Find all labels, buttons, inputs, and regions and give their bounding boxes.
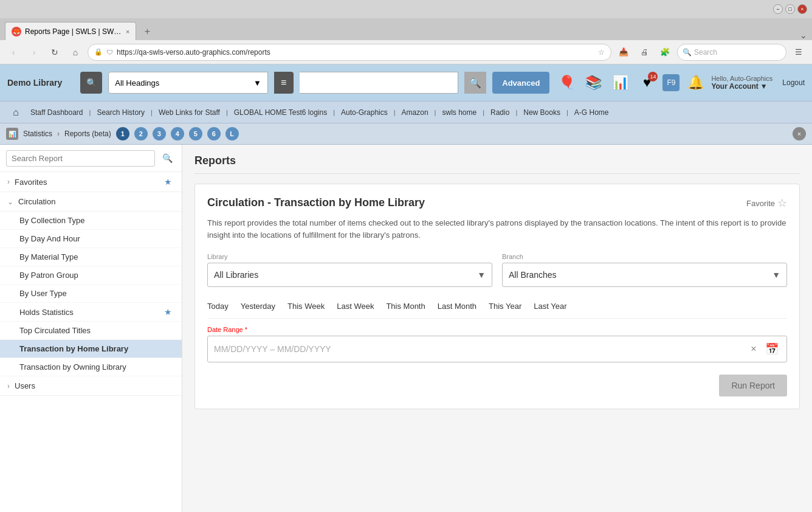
run-report-button[interactable]: Run Report (719, 375, 787, 396)
date-range-clear-button[interactable]: × (746, 342, 761, 356)
date-shortcuts-row: Today Yesterday This Week Last Week This… (207, 299, 787, 319)
menu-button[interactable]: ☰ (790, 44, 807, 61)
date-shortcut-last-year[interactable]: Last Year (534, 299, 566, 313)
balloon-icon-button[interactable]: 🎈 (556, 72, 577, 94)
reports-icon-button[interactable]: 📊 (609, 72, 631, 94)
sidebar-item-transaction-by-owning-library[interactable]: Transaction by Owning Library (0, 358, 182, 376)
library-name: Demo Library (7, 78, 62, 88)
print-button[interactable]: 🖨 (636, 44, 653, 61)
breadcrumb-num-4[interactable]: 4 (171, 127, 184, 140)
report-card: Circulation - Transaction by Home Librar… (194, 184, 800, 409)
catalog-icon-button[interactable]: 📚 (582, 72, 604, 94)
stack-icon[interactable]: ≡ (274, 72, 294, 94)
library-filter-select[interactable]: All Libraries ▼ (207, 263, 492, 287)
home-nav-icon-button[interactable]: ⌂ (7, 104, 24, 121)
date-shortcut-last-month[interactable]: Last Month (438, 299, 477, 313)
home-nav-button[interactable]: ⌂ (67, 44, 84, 61)
sidebar-item-by-material-type[interactable]: By Material Type (0, 248, 182, 266)
sidebar-item-holds-statistics[interactable]: Holds Statistics ★ (0, 303, 182, 322)
sidebar-item-top-circulated-titles[interactable]: Top Circulated Titles (0, 322, 182, 340)
logout-button[interactable]: Logout (782, 78, 805, 87)
nav-swls-home[interactable]: swls home (437, 106, 481, 119)
date-range-input-field[interactable]: MM/DD/YYYY – MM/DD/YYYY × 📅 (207, 336, 787, 362)
app-header: Demo Library 🔍 All Headings ▼ ≡ 🔍 Advanc… (0, 64, 812, 101)
tab-favicon: 🦊 (12, 27, 21, 36)
tab-list-button[interactable]: ⌄ (800, 30, 807, 40)
required-marker: * (243, 326, 247, 333)
heart-icon-button[interactable]: ♥ 14 (636, 72, 658, 94)
branch-filter-select[interactable]: All Branches ▼ (502, 263, 787, 287)
search-input[interactable] (300, 72, 459, 94)
nav-search-history[interactable]: Search History (92, 106, 150, 119)
minimize-button[interactable]: − (773, 4, 783, 14)
favorites-star-icon[interactable]: ★ (164, 177, 172, 187)
close-button[interactable]: × (797, 4, 807, 14)
date-range-calendar-button[interactable]: 📅 (763, 341, 780, 358)
header-icons: 🎈 📚 📊 ♥ 14 F9 🔔 Hello, Auto-Graphics (556, 72, 805, 94)
by-day-and-hour-label: By Day And Hour (19, 234, 80, 243)
active-tab[interactable]: 🦊 Reports Page | SWLS | SWLS | A... × (5, 22, 136, 40)
tab-close-button[interactable]: × (126, 28, 129, 35)
date-shortcut-this-week[interactable]: This Week (287, 299, 325, 313)
breadcrumb-num-2[interactable]: 2 (134, 127, 148, 140)
bookmark-icon[interactable]: ☆ (598, 48, 605, 57)
favorite-button[interactable]: Favorite ☆ (746, 196, 787, 210)
sidebar-item-by-patron-group[interactable]: By Patron Group (0, 266, 182, 285)
breadcrumb-l[interactable]: L (225, 127, 239, 140)
filter-row: Library All Libraries ▼ Branch All Branc… (207, 253, 787, 287)
sidebar-search-input[interactable] (6, 150, 155, 167)
sidebar-item-circulation[interactable]: ⌄ Circulation (0, 192, 182, 212)
refresh-button[interactable]: ↻ (46, 44, 63, 61)
sidebar-item-by-user-type[interactable]: By User Type (0, 285, 182, 303)
breadcrumb-close-button[interactable]: × (793, 127, 806, 140)
nav-radio[interactable]: Radio (486, 106, 514, 119)
branch-filter-arrow: ▼ (772, 270, 780, 280)
circulation-expand-icon: ⌄ (7, 198, 13, 206)
search-go-button[interactable]: 🔍 (464, 72, 486, 94)
transaction-home-library-label: Transaction by Home Library (19, 344, 128, 353)
url-bar[interactable]: 🔒 🛡 https://qa-swls-verso.auto-graphics.… (88, 44, 611, 61)
maximize-button[interactable]: □ (785, 4, 795, 14)
nav-new-books[interactable]: New Books (518, 106, 565, 119)
nav-web-links[interactable]: Web Links for Staff (154, 106, 225, 119)
run-report-row: Run Report (207, 375, 787, 396)
title-bar: − □ × (0, 0, 812, 18)
sidebar-item-by-day-and-hour[interactable]: By Day And Hour (0, 230, 182, 248)
pocket-button[interactable]: 📥 (615, 44, 632, 61)
sidebar-item-users[interactable]: › Users (0, 376, 182, 396)
nav-ag-home[interactable]: A-G Home (569, 106, 614, 119)
user-account-dropdown[interactable]: Your Account ▼ (711, 82, 767, 91)
date-shortcut-today[interactable]: Today (207, 299, 229, 313)
search-type-dropdown[interactable]: All Headings ▼ (108, 72, 268, 94)
bell-icon-button[interactable]: 🔔 (684, 72, 706, 94)
sidebar-item-transaction-by-home-library[interactable]: Transaction by Home Library (0, 340, 182, 358)
date-shortcut-this-month[interactable]: This Month (386, 299, 425, 313)
holds-statistics-star-icon[interactable]: ★ (164, 307, 172, 317)
f9-button[interactable]: F9 (662, 74, 680, 91)
branch-filter-value: All Branches (509, 270, 557, 280)
sidebar-item-by-collection-type[interactable]: By Collection Type (0, 212, 182, 230)
by-collection-type-label: By Collection Type (19, 216, 84, 225)
notification-badge: 14 (648, 72, 658, 81)
forward-button[interactable]: › (26, 44, 43, 61)
back-button[interactable]: ‹ (5, 44, 22, 61)
breadcrumb-num-1[interactable]: 1 (116, 127, 129, 140)
sidebar-item-favorites[interactable]: › Favorites ★ (0, 172, 182, 192)
transaction-owning-library-label: Transaction by Owning Library (19, 362, 126, 372)
sidebar-search-button[interactable]: 🔍 (159, 150, 176, 167)
browser-search-bar[interactable]: 🔍 Search (677, 44, 786, 61)
breadcrumb-num-5[interactable]: 5 (189, 127, 202, 140)
date-shortcut-this-year[interactable]: This Year (489, 299, 521, 313)
new-tab-button[interactable]: + (139, 23, 156, 40)
advanced-search-button[interactable]: Advanced (492, 72, 549, 94)
breadcrumb-num-6[interactable]: 6 (207, 127, 221, 140)
nav-auto-graphics[interactable]: Auto-Graphics (336, 106, 393, 119)
date-shortcut-last-week[interactable]: Last Week (337, 299, 374, 313)
nav-global-home[interactable]: GLOBAL HOME Test6 logins (229, 106, 332, 119)
breadcrumb-num-3[interactable]: 3 (153, 127, 166, 140)
breadcrumb-stats-icon: 📊 (6, 128, 18, 140)
nav-amazon[interactable]: Amazon (397, 106, 433, 119)
nav-staff-dashboard[interactable]: Staff Dashboard (26, 106, 88, 119)
extensions-button[interactable]: 🧩 (656, 44, 673, 61)
date-shortcut-yesterday[interactable]: Yesterday (241, 299, 275, 313)
